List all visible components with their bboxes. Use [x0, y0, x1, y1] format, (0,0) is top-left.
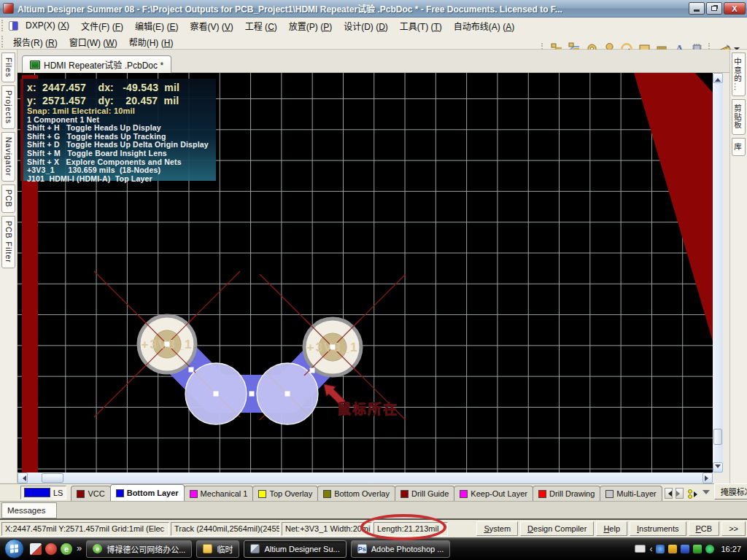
hud-net-info: +3V3_1 130.659 mils (18-Nodes) — [27, 166, 216, 175]
tray-messenger-icon[interactable] — [656, 545, 665, 553]
sidebar-tab-clipboard[interactable]: 剪贴板 — [732, 99, 746, 135]
browser-icon: e — [93, 544, 102, 553]
tray-chevron-icon[interactable]: ‹ — [649, 544, 652, 554]
arrow-right-icon — [705, 475, 711, 481]
menu-help[interactable]: 帮助(H) (H) — [123, 34, 179, 50]
layer-dot-icon — [688, 489, 692, 494]
layer-tab-top-overlay[interactable]: Top Overlay — [252, 486, 318, 501]
toolbar-grip[interactable] — [1, 20, 5, 31]
scroll-right-button[interactable] — [703, 472, 713, 483]
taskbar-window-browser[interactable]: e 博禄德公司网络办公... — [86, 540, 192, 558]
taskbar-window-photoshop[interactable]: Ps Adobe Photoshop ... — [351, 540, 451, 558]
layer-scroll-left-button[interactable] — [665, 488, 673, 499]
arrow-up-icon — [715, 75, 721, 82]
messages-tab[interactable]: Messages — [1, 502, 57, 518]
layer-dot-icon — [688, 494, 692, 499]
menu-dxp[interactable]: DXP(X) (X) — [20, 19, 75, 32]
layer-tab-keep-out[interactable]: Keep-Out Layer — [454, 486, 533, 501]
menu-tools[interactable]: 工具(T) (T) — [394, 18, 448, 34]
folder-icon — [203, 544, 212, 553]
quicklaunch-red-icon[interactable] — [45, 543, 57, 555]
layer-color-swatch — [190, 490, 198, 498]
menu-autoroute[interactable]: 自动布线(A) (A) — [448, 18, 520, 34]
layer-tab-vcc[interactable]: VCC — [71, 486, 110, 501]
layer-tab-bottom-layer[interactable]: Bottom Layer — [110, 484, 185, 501]
quicklaunch-app-icon[interactable] — [30, 543, 42, 555]
menu-window[interactable]: 窗口(W) (W) — [63, 34, 123, 50]
arrow-left-icon — [665, 491, 672, 497]
left-panel-strip: Files Projects Navigator PCB PCB Filter — [0, 50, 18, 483]
status-length-info: Length:21.213mil — [374, 522, 448, 536]
current-layer-label: LS — [53, 489, 63, 497]
tray-network-icon[interactable] — [681, 545, 689, 553]
menu-edit[interactable]: 编辑(E) (E) — [129, 18, 184, 34]
panel-button-instruments[interactable]: Instruments — [630, 521, 686, 536]
scroll-down-button[interactable] — [713, 462, 723, 472]
layer-color-swatch — [605, 490, 614, 498]
tray-alert-icon[interactable] — [668, 545, 677, 553]
taskbar-window-folder[interactable]: 临时 — [196, 540, 239, 558]
tray-update-icon[interactable] — [705, 545, 714, 553]
panel-button-pcb[interactable]: PCB — [689, 521, 720, 536]
mask-level-button[interactable]: 掩膜标准 — [714, 483, 747, 499]
layer-tab-multi-layer[interactable]: Multi-Layer — [600, 486, 662, 501]
layer-tabs-bar: LS VCC Bottom Layer Mechanical 1 Top Ove… — [0, 483, 747, 501]
layer-tab-drill-drawing[interactable]: Drill Drawing — [533, 486, 600, 501]
panel-button-system[interactable]: System — [476, 521, 518, 536]
layer-tab-bottom-overlay[interactable]: Bottom Overlay — [317, 486, 395, 501]
board-copper-corner[interactable] — [634, 73, 713, 341]
layer-tab-mechanical-1[interactable]: Mechanical 1 — [184, 486, 254, 501]
menu-view[interactable]: 察看(V) (V) — [184, 18, 239, 34]
sidebar-tab-navigator[interactable]: Navigator — [1, 132, 15, 182]
panel-button-design-compiler[interactable]: Design Compiler — [520, 521, 594, 536]
horizontal-scroll-thumb[interactable] — [42, 473, 63, 483]
document-tab[interactable]: HDMI Repeater试验 .PcbDoc * — [22, 55, 171, 73]
layer-color-swatch — [400, 490, 409, 498]
horizontal-scrollbar[interactable] — [18, 472, 713, 483]
taskbar-clock: 16:27 — [721, 545, 741, 553]
menu-project[interactable]: 工程 (C) — [239, 18, 283, 34]
menu-place[interactable]: 放置(P) (P) — [283, 18, 338, 34]
quicklaunch-more-icon[interactable]: » — [77, 542, 82, 553]
layer-tab-drill-guide[interactable]: Drill Guide — [395, 486, 454, 501]
sidebar-tab-favorites[interactable]: 中意的... — [732, 52, 746, 96]
quicklaunch-browser-icon[interactable]: e — [61, 543, 72, 555]
sidebar-tab-pcb-filter[interactable]: PCB Filter — [1, 216, 15, 268]
current-layer-indicator[interactable]: LS — [20, 486, 66, 499]
app-icon — [3, 3, 14, 14]
close-button[interactable]: X — [724, 2, 746, 15]
status-bar: X:2447.457mil Y:2571.457mil Grid:1mil (E… — [0, 518, 747, 537]
sidebar-tab-files[interactable]: Files — [1, 52, 15, 82]
panel-button-help[interactable]: Help — [596, 521, 627, 536]
scroll-up-button[interactable] — [713, 73, 723, 83]
vertical-scrollbar[interactable] — [713, 73, 723, 472]
layer-scroll-right-button[interactable] — [676, 488, 684, 499]
menu-file[interactable]: 文件(F) (F) — [75, 18, 129, 34]
restore-icon — [711, 6, 717, 11]
arrow-right-icon — [694, 491, 700, 497]
sidebar-tab-libraries[interactable]: 库 — [732, 138, 746, 157]
layer-color-swatch — [460, 490, 468, 498]
minimize-button[interactable] — [689, 2, 705, 15]
layer-color-swatch — [116, 489, 124, 497]
tray-antivirus-icon[interactable] — [693, 545, 702, 553]
layer-filter-control[interactable] — [688, 489, 710, 499]
minimize-icon — [694, 9, 700, 12]
sidebar-tab-projects[interactable]: Projects — [1, 85, 15, 129]
keyboard-icon[interactable] — [635, 545, 646, 553]
menu-design[interactable]: 设计(D) (D) — [338, 18, 394, 34]
annotation-text: 鼠标所在 — [337, 401, 398, 417]
menu-reports[interactable]: 报告(R) (R) — [7, 34, 63, 50]
panel-more-button[interactable]: >> — [721, 521, 746, 536]
scroll-left-button[interactable] — [18, 472, 28, 483]
sidebar-tab-pcb[interactable]: PCB — [1, 184, 15, 213]
close-icon: X — [732, 4, 737, 13]
taskbar-window-altium[interactable]: Altium Designer Su... — [244, 540, 346, 558]
hud-y-coord: y: 2571.457 dy: 20.457 mil — [27, 94, 216, 107]
start-button[interactable] — [4, 539, 24, 559]
menubar: DXP(X) (X) 文件(F) (F) 编辑(E) (E) 察看(V) (V)… — [0, 18, 747, 50]
restore-button[interactable] — [706, 2, 722, 15]
vertical-scroll-thumb[interactable] — [713, 429, 722, 445]
dxp-icon — [9, 21, 18, 31]
toolbar-grip[interactable] — [1, 36, 5, 47]
